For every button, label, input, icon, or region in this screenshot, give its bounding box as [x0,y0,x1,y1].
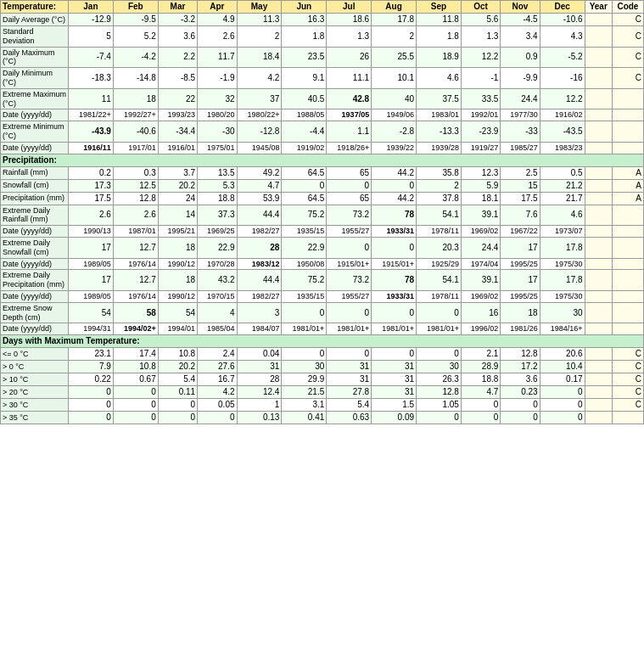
data-cell: 1.05 [417,399,462,412]
table-row: Date (yyyy/dd)1994/311994/02+1994/011985… [1,323,644,335]
data-cell: 65 [327,166,372,179]
data-cell: 12.8 [501,348,540,361]
table-row: Extreme Maximum (°C)111822323740.542.840… [1,88,644,109]
data-cell: 1990/13 [69,226,114,238]
data-cell: 18.9 [417,47,462,68]
data-cell: 1975/01 [198,142,237,154]
data-cell: -1 [461,68,500,89]
data-cell: 17 [501,237,540,258]
data-cell: 0.11 [158,386,197,399]
data-cell: 2.6 [69,205,114,226]
data-cell [585,14,612,26]
data-cell: 16.3 [282,14,327,26]
data-cell: 2 [417,179,462,192]
col-year: Year [585,1,612,14]
col-jan: Jan [69,1,114,14]
section-header: Precipitation: [1,154,644,166]
table-row: Date (yyyy/dd)1990/131987/011995/211969/… [1,226,644,238]
data-cell: 31 [372,361,417,373]
data-cell: 23.5 [282,47,327,68]
data-cell: 1916/01 [158,142,197,154]
data-cell: 2 [237,26,282,48]
data-cell: C [612,47,643,68]
data-cell: -4.4 [282,121,327,143]
data-cell: 14 [158,205,197,226]
data-cell: 1.5 [372,399,417,412]
data-cell: 18 [113,88,158,109]
data-cell: 12.8 [113,192,158,205]
data-cell [585,412,612,424]
data-cell: 1989/05 [69,290,114,302]
data-cell: 37.8 [417,192,462,205]
data-cell: 33.5 [461,88,500,109]
data-cell: C [612,386,643,399]
data-cell: 40.5 [282,88,327,109]
data-cell: 1949/06 [372,109,417,121]
data-cell: 11.1 [327,68,372,89]
data-cell: 17.3 [69,179,114,192]
data-cell [585,121,612,143]
col-apr: Apr [198,1,237,14]
data-cell [612,237,643,258]
climate-table: Temperature: Jan Feb Mar Apr May Jun Jul… [0,0,644,424]
data-cell: -4.5 [501,14,540,26]
data-cell: 0.63 [327,412,372,424]
table-row: > 30 °C0000.0513.15.41.51.05000C [1,399,644,412]
data-cell: 49.2 [237,166,282,179]
data-cell: 17 [69,270,114,291]
data-cell: 0 [327,237,372,258]
data-cell: 11.8 [417,14,462,26]
data-cell: 21.7 [540,192,585,205]
data-cell [585,109,612,121]
data-cell: 1984/07 [237,323,282,335]
data-cell: -9.5 [113,14,158,26]
data-cell: 0 [501,412,540,424]
data-cell: 20.3 [417,237,462,258]
data-cell: -30 [198,121,237,143]
data-cell: -18.3 [69,68,114,89]
data-cell: 1937/05 [327,109,372,121]
data-cell: 12.5 [113,179,158,192]
col-nov: Nov [501,1,540,14]
data-cell: 28 [237,373,282,386]
data-cell: 1925/29 [417,258,462,270]
data-cell: 1994/31 [69,323,114,335]
data-cell: 18 [158,270,197,291]
data-cell: -12.8 [237,121,282,143]
data-cell: -4.2 [113,47,158,68]
data-cell: -43.9 [69,121,114,143]
data-cell: -5.2 [540,47,585,68]
data-cell: 1981/26 [501,323,540,335]
data-cell: 1976/14 [113,290,158,302]
data-cell: 7.6 [501,205,540,226]
row-label: Extreme Maximum (°C) [1,88,69,109]
data-cell: 1974/04 [461,258,500,270]
data-cell: 0 [372,179,417,192]
data-cell: 1969/02 [461,290,500,302]
data-cell: 30 [540,302,585,323]
data-cell: -13.3 [417,121,462,143]
row-label: <= 0 °C [1,348,69,361]
data-cell: 12.3 [461,166,500,179]
data-cell: 64.5 [282,192,327,205]
data-cell: -23.9 [461,121,500,143]
data-cell [585,290,612,302]
data-cell: 1984/16+ [540,323,585,335]
row-label: Extreme Minimum (°C) [1,121,69,143]
row-label: Date (yyyy/dd) [1,109,69,121]
row-label: Daily Minimum (°C) [1,68,69,89]
data-cell: 0 [461,399,500,412]
data-cell: 65 [327,192,372,205]
data-cell: 1933/31 [372,226,417,238]
data-cell: 75.2 [282,270,327,291]
data-cell: 1980/22+ [237,109,282,121]
data-cell: 4.3 [540,26,585,48]
col-sep: Sep [417,1,462,14]
data-cell: 18.6 [327,14,372,26]
data-cell: 1994/02+ [113,323,158,335]
data-cell: 35.8 [417,166,462,179]
table-row: Date (yyyy/dd)1989/051976/141990/121970/… [1,258,644,270]
data-cell: 10.4 [540,361,585,373]
data-cell: 17.5 [501,192,540,205]
data-cell: 1939/22 [372,142,417,154]
